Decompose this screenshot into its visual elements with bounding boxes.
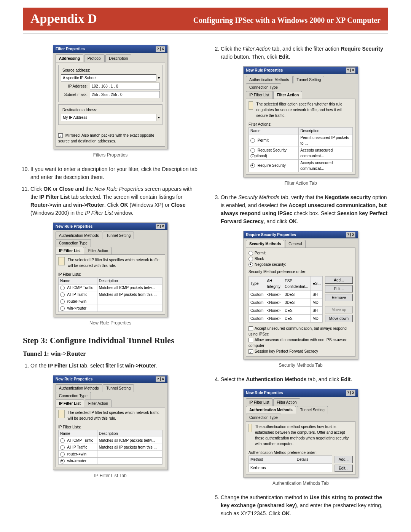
tab-auth-methods[interactable]: Authentication Methods xyxy=(246,76,293,83)
accept-unsecured-checkbox[interactable] xyxy=(249,326,253,331)
negotiate-radio[interactable] xyxy=(249,262,253,267)
dialog-filter-properties: Filter Properties ? | X Addressing Proto… xyxy=(53,45,168,149)
edit-button[interactable]: Edit... xyxy=(325,285,353,292)
list-radio[interactable] xyxy=(60,299,65,304)
tab-tunnel-setting[interactable]: Tunnel Setting xyxy=(297,406,328,414)
ip-filter-lists-table-1[interactable]: NameDescription All ICMP TrafficMatches … xyxy=(58,277,162,312)
tab-tunnel-setting[interactable]: Tunnel Setting xyxy=(293,76,324,83)
tab-filter-action[interactable]: Filter Action xyxy=(273,398,300,406)
list-radio[interactable] xyxy=(60,459,65,463)
tab-security-methods[interactable]: Security Methods xyxy=(246,240,284,248)
source-select[interactable]: A specific IP Subnet xyxy=(61,74,156,81)
mirrored-label: Mirrored. Also match packets with the ex… xyxy=(58,133,154,143)
block-radio[interactable] xyxy=(249,257,253,261)
list-radio[interactable] xyxy=(250,138,255,143)
tab-filter-action[interactable]: Filter Action xyxy=(85,247,112,254)
help-close-buttons[interactable]: ? | X xyxy=(346,390,355,396)
figure-caption: New Rule Properties xyxy=(23,320,198,326)
appendix-title: Configuring IPSec with a Windows 2000 or… xyxy=(193,16,381,25)
list-radio[interactable] xyxy=(250,148,255,153)
appendix-header: Appendix D Configuring IPSec with a Wind… xyxy=(23,8,388,30)
dialog-new-rule-properties-2: New Rule Properties? | X Authentication … xyxy=(53,375,168,470)
auth-order-label: Authentication Method preference order: xyxy=(249,450,353,455)
dialog-tabs-row2[interactable]: IP Filter List Filter Action xyxy=(53,247,167,254)
list-radio[interactable] xyxy=(60,286,65,290)
mirrored-checkbox[interactable]: ✓ xyxy=(58,133,63,138)
dialog-tabs-row1[interactable]: Authentication Methods Tunnel Setting Co… xyxy=(53,230,167,247)
tab-connection-type[interactable]: Connection Type xyxy=(56,392,91,399)
tab-tunnel-setting[interactable]: Tunnel Setting xyxy=(103,232,134,239)
add-button[interactable]: Add... xyxy=(325,276,353,284)
tunnel-step-4: Select the Authentication Methods tab, a… xyxy=(221,375,388,383)
tab-addressing[interactable]: Addressing xyxy=(56,54,83,62)
panel-description: The selected filter action specifies whe… xyxy=(256,101,353,118)
dialog-require-security: Require Security Properties? | X Securit… xyxy=(243,231,358,360)
filter-icon xyxy=(58,257,65,265)
help-close-buttons[interactable]: ? | X xyxy=(346,232,355,238)
remove-button[interactable]: Remove xyxy=(325,294,353,301)
help-close-buttons[interactable]: ? | X xyxy=(156,224,165,230)
two-columns: Filter Properties ? | X Addressing Proto… xyxy=(23,45,388,523)
source-address-group: Source address: xyxy=(61,67,92,73)
dialog-title: New Rule Properties xyxy=(56,224,92,229)
pfs-checkbox[interactable]: ✓ xyxy=(249,349,253,354)
tab-filter-action[interactable]: Filter Action xyxy=(85,399,112,407)
dialog-auth-methods: New Rule Properties? | X IP Filter List … xyxy=(243,389,358,478)
add-button[interactable]: Add... xyxy=(335,456,353,463)
subnet-mask-field[interactable]: 255 . 255 . 255 . 0 xyxy=(90,91,160,98)
panel-description: The selected IP filter list specifies wh… xyxy=(68,257,162,268)
step3-heading: Step 3: Configure Individual Tunnel Rule… xyxy=(23,334,198,347)
permit-radio[interactable] xyxy=(249,251,253,256)
filter-action-icon xyxy=(249,101,253,110)
tab-connection-type[interactable]: Connection Type xyxy=(246,414,281,421)
figure-caption: Security Methods Tab xyxy=(213,362,388,369)
ip-filter-lists-label: IP Filter Lists: xyxy=(58,272,162,277)
panel-description: The authentication method specifies how … xyxy=(255,424,353,447)
auth-icon xyxy=(249,424,252,432)
tab-auth-methods[interactable]: Authentication Methods xyxy=(56,384,102,392)
tab-filter-action[interactable]: Filter Action xyxy=(273,91,302,99)
tab-tunnel-setting[interactable]: Tunnel Setting xyxy=(103,384,134,392)
tunnel-step-3: On the Security Methods tab, verify that… xyxy=(221,193,388,225)
tab-connection-type[interactable]: Connection Type xyxy=(56,239,91,247)
move-down-button[interactable]: Move down xyxy=(325,315,353,322)
tunnel-step-2: Click the Filter Action tab, and click t… xyxy=(221,45,388,61)
tab-description[interactable]: Description xyxy=(105,54,131,62)
figure-caption: Authentication Methods Tab xyxy=(213,480,388,487)
ip-address-field[interactable]: 192 . 168 . 1 . 0 xyxy=(90,83,160,90)
dialog-tabs[interactable]: Addressing Protocol Description xyxy=(53,53,167,62)
list-radio[interactable] xyxy=(250,163,255,168)
security-methods-table[interactable]: TypeAH IntegrityESP Confidential...ES...… xyxy=(249,276,323,323)
edit-button[interactable]: Edit... xyxy=(335,465,353,472)
list-radio[interactable] xyxy=(60,306,65,311)
right-column: Click the Filter Action tab, and click t… xyxy=(213,45,388,523)
list-radio[interactable] xyxy=(60,292,65,297)
side-buttons: Add... Edit... Remove Move up Move down xyxy=(325,276,353,323)
help-close-buttons[interactable]: ? | X xyxy=(156,46,165,52)
tab-ip-filter-list[interactable]: IP Filter List xyxy=(56,399,84,407)
tab-auth-methods[interactable]: Authentication Methods xyxy=(246,406,296,414)
destination-address-group: Destination address: xyxy=(61,107,99,113)
appendix-label: Appendix D xyxy=(30,11,97,26)
tab-ip-filter-list[interactable]: IP Filter List xyxy=(246,398,273,406)
divider xyxy=(23,33,388,34)
tab-ip-filter-list[interactable]: IP Filter List xyxy=(56,247,84,254)
list-radio[interactable] xyxy=(60,438,65,443)
order-label: Security Method preference order: xyxy=(249,269,353,275)
move-up-button[interactable]: Move up xyxy=(325,306,353,313)
tab-auth-methods[interactable]: Authentication Methods xyxy=(56,232,102,239)
allow-non-ipsec-checkbox[interactable] xyxy=(249,338,253,342)
auth-methods-table[interactable]: MethodDetailsKerberos xyxy=(249,455,332,472)
ip-filter-lists-table-2[interactable]: NameDescription All ICMP TrafficMatches … xyxy=(58,430,162,465)
filter-actions-table[interactable]: NameDescription PermitPermit unsecured I… xyxy=(249,127,353,172)
tab-ip-filter-list[interactable]: IP Filter List xyxy=(246,91,273,99)
list-radio[interactable] xyxy=(60,445,65,450)
help-close-buttons[interactable]: ? | X xyxy=(346,67,355,73)
tab-protocol[interactable]: Protocol xyxy=(84,54,105,62)
destination-select[interactable]: My IP Address xyxy=(61,114,156,121)
tab-general[interactable]: General xyxy=(285,240,306,248)
help-close-buttons[interactable]: ? | X xyxy=(156,376,165,382)
list-radio[interactable] xyxy=(60,452,65,457)
panel-description: The selected IP filter list specifies wh… xyxy=(68,410,162,421)
tab-connection-type[interactable]: Connection Type xyxy=(246,83,281,91)
